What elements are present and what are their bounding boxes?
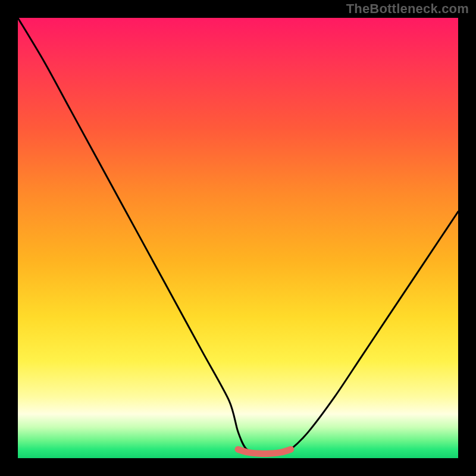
chart-frame: TheBottleneck.com [0, 0, 476, 476]
optimal-band-path [238, 449, 291, 453]
chart-svg [18, 18, 458, 458]
plot-area [18, 18, 458, 458]
bottleneck-curve-path [18, 18, 458, 454]
watermark-label: TheBottleneck.com [346, 1, 469, 17]
